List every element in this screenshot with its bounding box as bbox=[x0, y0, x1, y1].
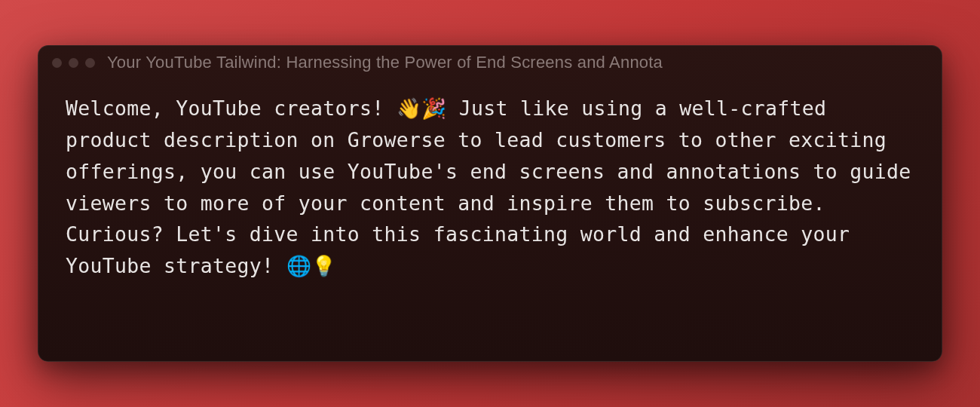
app-window: Your YouTube Tailwind: Harnessing the Po… bbox=[38, 45, 942, 362]
window-title: Your YouTube Tailwind: Harnessing the Po… bbox=[107, 53, 663, 72]
minimize-button[interactable] bbox=[69, 58, 78, 68]
close-button[interactable] bbox=[52, 58, 62, 68]
content-body: Welcome, YouTube creators! 👋🎉 Just like … bbox=[38, 79, 942, 361]
titlebar: Your YouTube Tailwind: Harnessing the Po… bbox=[38, 46, 942, 79]
maximize-button[interactable] bbox=[85, 58, 95, 68]
traffic-lights bbox=[52, 58, 95, 68]
